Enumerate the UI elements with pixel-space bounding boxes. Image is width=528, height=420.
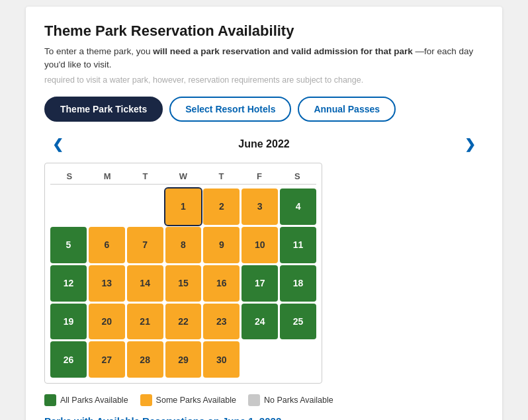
calendar-day-cell[interactable]: 15 (165, 265, 202, 302)
desc-bold: will need a park reservation and valid a… (153, 46, 412, 56)
legend-label: All Parks Available (60, 396, 128, 405)
prev-month-button[interactable]: ❮ (44, 134, 71, 155)
calendar-day-cell[interactable]: 26 (50, 341, 87, 378)
desc-part1: To enter a theme park, you (44, 46, 153, 56)
legend-label: Some Parks Available (156, 396, 236, 405)
legend-item: No Parks Available (248, 394, 333, 406)
calendar-empty-cell (280, 341, 316, 378)
calendar-day-cell[interactable]: 2 (203, 189, 240, 225)
tabs-container: Theme Park Tickets Select Resort Hotels … (44, 97, 484, 122)
calendar-day-cell[interactable]: 18 (280, 265, 316, 302)
calendar-day-cell[interactable]: 8 (165, 227, 202, 263)
calendar-day-cell[interactable]: 7 (127, 227, 163, 263)
next-month-button[interactable]: ❯ (457, 134, 484, 155)
calendar-day-cell[interactable]: 27 (89, 341, 125, 378)
calendar-day-cell[interactable]: 19 (50, 304, 87, 340)
month-nav: ❮ June 2022 ❯ (44, 134, 484, 155)
legend-box-green (44, 394, 56, 406)
calendar-day-cell[interactable]: 22 (165, 304, 202, 340)
legend-item: Some Parks Available (140, 394, 236, 406)
calendar-empty-cell (50, 189, 87, 225)
calendar-day-header: M (88, 169, 126, 185)
calendar-day-cell[interactable]: 3 (242, 189, 278, 225)
legend-box-gray (248, 394, 260, 406)
tab-annual-passes[interactable]: Annual Passes (298, 97, 396, 122)
legend-box-yellow (140, 394, 152, 406)
calendar-day-header: T (202, 169, 240, 185)
calendar-day-cell[interactable]: 30 (203, 341, 240, 378)
calendar-day-cell[interactable]: 20 (89, 304, 125, 340)
main-card: Theme Park Reservation Availability To e… (26, 7, 502, 420)
calendar-empty-cell (127, 189, 163, 225)
calendar-day-cell[interactable]: 16 (203, 265, 240, 302)
legend: All Parks AvailableSome Parks AvailableN… (44, 394, 484, 406)
calendar-day-header: W (164, 169, 202, 185)
calendar-day-cell[interactable]: 6 (89, 227, 125, 263)
calendar-header: SMTWTFS (50, 169, 316, 185)
page-title: Theme Park Reservation Availability (44, 22, 484, 40)
calendar-day-cell[interactable]: 17 (242, 265, 278, 302)
grayed-text: required to visit a water park, however,… (44, 75, 484, 87)
calendar-day-cell[interactable]: 28 (127, 341, 163, 378)
calendar-day-cell[interactable]: 13 (89, 265, 125, 302)
calendar-grid: 1234567891011121314151617181920212223242… (50, 189, 316, 378)
calendar-empty-cell (242, 341, 278, 378)
calendar-day-header: S (50, 169, 88, 185)
calendar-day-cell[interactable]: 10 (242, 227, 278, 263)
parks-title-prefix: Parks with Available Reservations on (44, 415, 222, 420)
calendar-day-cell[interactable]: 12 (50, 265, 87, 302)
parks-title-date: June 1, 2022 (222, 415, 281, 420)
calendar-day-cell[interactable]: 21 (127, 304, 163, 340)
calendar-day-cell[interactable]: 25 (280, 304, 316, 340)
calendar-day-cell[interactable]: 4 (280, 189, 316, 225)
calendar-day-cell[interactable]: 23 (203, 304, 240, 340)
calendar: SMTWTFS 12345678910111213141516171819202… (44, 163, 322, 384)
description: To enter a theme park, you will need a p… (44, 45, 484, 72)
calendar-day-cell[interactable]: 14 (127, 265, 163, 302)
tab-theme-park-tickets[interactable]: Theme Park Tickets (44, 97, 163, 122)
calendar-day-header: F (240, 169, 278, 185)
calendar-day-header: S (279, 169, 316, 185)
calendar-day-cell[interactable]: 9 (203, 227, 240, 263)
month-label: June 2022 (71, 138, 457, 150)
calendar-day-cell[interactable]: 24 (242, 304, 278, 340)
calendar-day-header: T (126, 169, 164, 185)
calendar-day-cell[interactable]: 5 (50, 227, 87, 263)
calendar-day-cell[interactable]: 11 (280, 227, 316, 263)
calendar-empty-cell (89, 189, 125, 225)
calendar-day-cell[interactable]: 29 (165, 341, 202, 378)
tab-select-resort-hotels[interactable]: Select Resort Hotels (169, 97, 291, 122)
legend-label: No Parks Available (264, 396, 333, 405)
legend-item: All Parks Available (44, 394, 128, 406)
parks-section-title: Parks with Available Reservations on Jun… (44, 415, 484, 420)
calendar-day-cell[interactable]: 1 (165, 189, 202, 225)
